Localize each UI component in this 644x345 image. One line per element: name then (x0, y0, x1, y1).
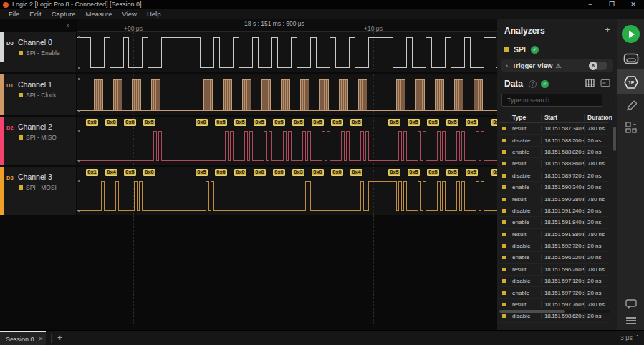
row-duration-cell: 20 ns (584, 137, 608, 144)
table-row[interactable]: enable18.151 588 820 s20 ns (499, 147, 608, 158)
menu-bar: FileEditCaptureMeasureViewHelp (0, 9, 644, 19)
row-color-bullet-icon (502, 162, 506, 165)
table-row[interactable]: disable18.151 588 200 s20 ns (499, 135, 608, 146)
level-low-marker (78, 160, 80, 162)
spi-miso-annotation: 0x5 (273, 119, 285, 126)
row-color-bullet-icon (502, 209, 506, 213)
search-input[interactable]: Type to search (501, 94, 602, 107)
menu-help[interactable]: Help (142, 9, 166, 19)
table-horizontal-scrollbar-thumb[interactable] (499, 310, 565, 313)
menu-file[interactable]: File (4, 9, 24, 19)
spi-mosi-annotation: 0x5 (466, 169, 478, 176)
channel-analyzer-label: SPI - Clock (26, 92, 57, 99)
row-bullet-cell (499, 303, 509, 306)
channel-name-label: Channel 1 (18, 80, 52, 89)
spi-mosi-annotation: 0x0 (254, 169, 266, 176)
timeline-back-chevron-icon[interactable]: ‹ (67, 21, 69, 29)
table-row[interactable]: enable18.151 591 840 s20 ns (499, 217, 608, 228)
table-row[interactable]: disable18.151 589 720 s20 ns (499, 170, 608, 182)
table-header-duration: Duration (584, 114, 608, 121)
row-start-cell: 18.151 588 200 s (541, 137, 584, 144)
channel-label-3[interactable]: D3Channel 3SPI - MOSI (0, 167, 76, 215)
table-row[interactable]: disable18.151 597 120 s20 ns (499, 276, 608, 287)
trigger-view-row[interactable]: › Trigger View ⚠ ✕ (501, 59, 613, 72)
row-color-bullet-icon (502, 139, 506, 142)
table-row[interactable]: enable18.151 596 220 s20 ns (499, 252, 608, 263)
menu-view[interactable]: View (117, 9, 141, 19)
spi-mosi-annotation: 0x4 (350, 169, 362, 176)
table-row[interactable]: result18.151 587 340 s780 ns (499, 123, 608, 135)
minimize-button[interactable]: – (580, 0, 601, 9)
device-settings-button[interactable] (617, 53, 644, 64)
extensions-button[interactable] (617, 121, 644, 134)
table-grid-icon[interactable] (585, 79, 595, 87)
channel-label-2[interactable]: D2Channel 2SPI - MISO (0, 117, 76, 165)
timeline-gridline (133, 215, 134, 324)
menu-capture[interactable]: Capture (47, 9, 81, 19)
trigger-expand-chevron-icon[interactable]: › (506, 62, 508, 69)
table-row[interactable]: disable18.151 591 240 s20 ns (499, 205, 608, 217)
menu-edit[interactable]: Edit (24, 9, 46, 19)
level-low-marker (78, 210, 80, 212)
waveform-row-d2[interactable]: 0x00x00x00x50x00x50x50x50x50x50x50x50x50… (77, 117, 497, 165)
collapse-chevron-icon[interactable]: ⌃ (635, 334, 640, 341)
row-type-cell: result (509, 160, 541, 167)
table-row[interactable]: result18.151 591 880 s780 ns (499, 229, 608, 240)
channel-name-label: Channel 3 (18, 172, 52, 181)
table-row[interactable]: disable18.151 592 720 s20 ns (499, 240, 608, 252)
menu-measure[interactable]: Measure (81, 9, 117, 19)
spi-miso-annotation: 0x5 (254, 119, 266, 126)
channel-color-strip (0, 32, 4, 62)
analyzers-tab-button[interactable]: 1F (617, 75, 644, 89)
row-start-cell: 18.151 596 260 s (541, 266, 584, 273)
spi-miso-annotation: 0x5 (350, 119, 362, 126)
channel-id-label: D0 (6, 40, 14, 47)
timebase-zoom-label[interactable]: 3 μs (620, 334, 633, 341)
feedback-button[interactable] (617, 298, 644, 310)
timeline-ruler[interactable]: ‹ 18 s : 151 ms : 600 μs +90 μs+10 μs (77, 19, 497, 32)
add-analyzer-button[interactable]: + (605, 24, 610, 35)
channel-label-0[interactable]: D0Channel 0SPI - Enable (0, 32, 76, 72)
channel-label-1[interactable]: D1Channel 1SPI - Clock (0, 74, 76, 115)
row-start-cell: 18.151 588 820 s (541, 149, 584, 155)
search-options-kebab-icon[interactable]: ⋮ (607, 95, 614, 103)
maximize-button[interactable]: ❐ (601, 0, 623, 9)
table-vertical-scrollbar[interactable] (613, 127, 616, 151)
waveform-row-d0[interactable] (77, 32, 497, 72)
help-icon[interactable]: ? (529, 80, 537, 88)
table-row[interactable]: enable18.151 597 720 s20 ns (499, 287, 608, 298)
table-row[interactable]: result18.151 588 860 s780 ns (499, 158, 608, 170)
trigger-view-label: Trigger View (512, 62, 552, 69)
row-duration-cell: 20 ns (584, 278, 608, 284)
row-color-bullet-icon (502, 279, 506, 283)
analyzer-item-spi[interactable]: SPI ✓ (504, 45, 539, 54)
data-section-header: Data ? ✓ (504, 79, 549, 89)
spi-mosi-annotation: 0x1 (86, 169, 98, 176)
table-row[interactable]: enable18.151 590 340 s20 ns (499, 182, 608, 193)
row-start-cell: 18.151 590 340 s (541, 184, 584, 190)
spi-mosi-annotation: 0x0 (273, 169, 285, 176)
analyzer-bullet-icon (19, 185, 23, 190)
row-bullet-cell (499, 268, 509, 271)
table-row[interactable]: result18.151 597 760 s780 ns (499, 299, 608, 311)
export-panel-icon[interactable] (600, 79, 610, 87)
new-session-button[interactable]: + (57, 333, 62, 343)
table-horizontal-scrollbar[interactable] (499, 310, 610, 313)
main-menu-button[interactable] (617, 316, 644, 326)
session-tab[interactable]: Session 0 ✕ (0, 331, 46, 345)
trigger-toggle[interactable]: ✕ (589, 62, 607, 70)
row-start-cell: 18.151 598 620 s (541, 313, 584, 319)
close-button[interactable]: ✕ (623, 0, 644, 9)
spi-status-check-icon: ✓ (531, 46, 539, 54)
session-tab-close-icon[interactable]: ✕ (39, 336, 44, 342)
waveform-row-d3[interactable]: 0x10x40x50x00x50x00x00x00x00x30x00x00x40… (77, 167, 497, 215)
channel-analyzer-label: SPI - MISO (26, 134, 57, 141)
start-capture-button[interactable] (622, 25, 640, 43)
waveform-row-d1[interactable] (77, 74, 497, 115)
table-row[interactable]: result18.151 596 260 s780 ns (499, 264, 608, 276)
channel-id-label: D1 (6, 82, 14, 89)
data-title: Data (504, 79, 523, 89)
table-row[interactable]: result18.151 590 380 s780 ns (499, 193, 608, 205)
measure-tool-button[interactable] (617, 99, 644, 112)
row-bullet-cell (499, 314, 509, 318)
